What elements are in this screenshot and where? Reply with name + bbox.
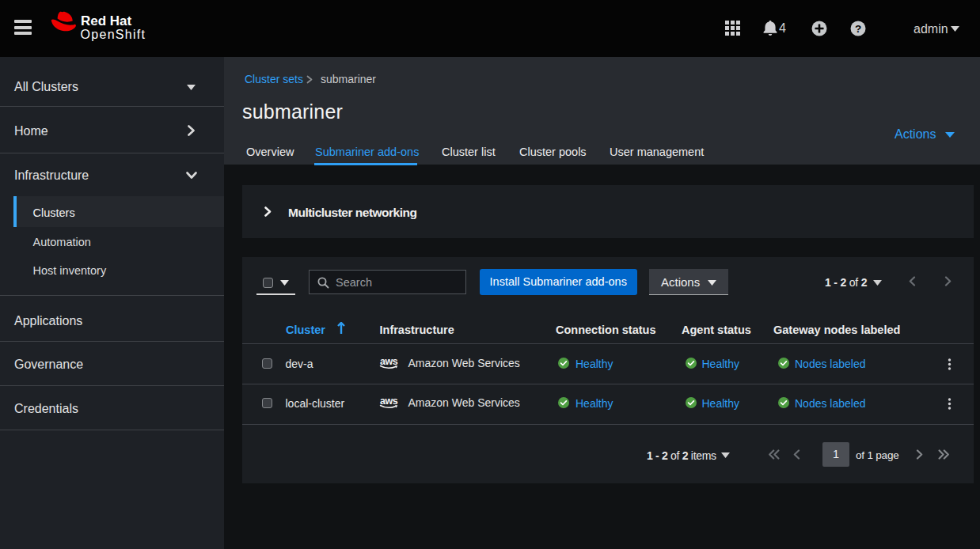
svg-text:aws: aws	[380, 356, 398, 367]
svg-text:aws: aws	[380, 396, 398, 407]
svg-text:?: ?	[855, 23, 861, 35]
